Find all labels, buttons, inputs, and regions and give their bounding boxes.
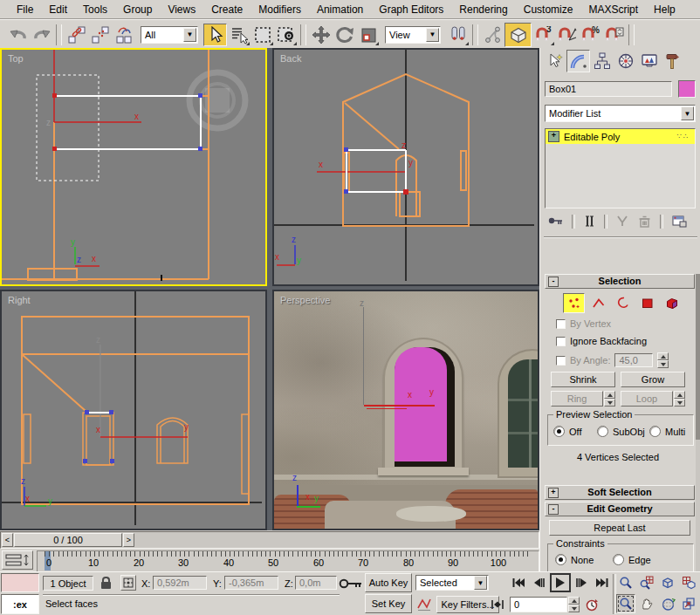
tab-hierarchy-icon[interactable] (590, 50, 614, 72)
percent-snap-toggle-button[interactable]: % (579, 24, 602, 46)
macro-recorder-field[interactable] (1, 573, 39, 592)
viewport-perspective-label[interactable]: Perspective (280, 295, 330, 305)
by-angle-checkbox[interactable] (556, 356, 566, 366)
keyboard-override-key-icon[interactable] (339, 576, 363, 591)
viewport-right[interactable]: Right z x y z (0, 290, 267, 530)
current-frame-field[interactable]: 0 (510, 597, 567, 612)
next-frame-icon[interactable] (573, 575, 591, 591)
grow-button[interactable]: Grow (621, 372, 685, 387)
tab-modify-icon[interactable] (566, 50, 590, 72)
viewport-back-label[interactable]: Back (280, 53, 301, 64)
previous-frame-arrow[interactable]: < (2, 533, 13, 547)
ignore-backfacing-checkbox[interactable] (556, 337, 566, 346)
soft-selection-rollout-header[interactable]: + Soft Selection (545, 485, 695, 500)
time-configuration-icon[interactable] (583, 596, 600, 613)
viewport-perspective[interactable]: z x y z x y Perspective (272, 290, 539, 530)
go-to-start-icon[interactable] (510, 575, 527, 591)
element-mode-button[interactable] (661, 293, 683, 313)
shrink-button[interactable]: Shrink (551, 372, 615, 387)
menu-animation[interactable]: Animation (309, 2, 371, 17)
play-button[interactable] (550, 573, 571, 592)
z-coordinate-field[interactable]: 0,0m (295, 576, 337, 590)
select-and-move-button[interactable] (309, 24, 333, 46)
dropdown-arrow-icon[interactable]: ▼ (474, 576, 487, 590)
dropdown-arrow-icon[interactable]: ▼ (183, 28, 196, 42)
viewport-right-label[interactable]: Right (8, 295, 31, 305)
tab-create-icon[interactable] (543, 50, 566, 72)
menu-help[interactable]: Help (646, 2, 683, 17)
constraints-edge-radio[interactable]: Edge (613, 554, 651, 565)
preview-off-radio[interactable]: Off (553, 426, 581, 437)
menu-graph-editors[interactable]: Graph Editors (371, 2, 451, 17)
select-object-button[interactable] (203, 24, 227, 46)
timeline-ruler[interactable]: 0 10 20 30 40 50 60 70 80 90 100 (37, 550, 539, 572)
previous-frame-icon[interactable] (530, 575, 547, 591)
x-coordinate-field[interactable]: 0,592m (153, 576, 207, 590)
selection-lock-icon[interactable] (98, 574, 113, 591)
tab-display-icon[interactable] (637, 50, 661, 72)
vertex-mode-button[interactable] (563, 293, 585, 313)
tab-utilities-icon[interactable] (661, 50, 684, 72)
zoom-extents-icon[interactable] (658, 573, 677, 592)
modifier-list-dropdown[interactable]: Modifier List ▼ (545, 105, 696, 122)
maximize-viewport-toggle-icon[interactable] (679, 594, 698, 613)
zoom-icon[interactable] (616, 573, 635, 592)
key-mode-toggle-icon[interactable] (489, 596, 506, 613)
menu-group[interactable]: Group (115, 2, 160, 17)
angle-snap-toggle-button[interactable] (555, 24, 579, 46)
maxscript-listener-field[interactable]: :ex (1, 594, 39, 614)
object-color-swatch[interactable] (678, 80, 696, 98)
selection-filter-dropdown[interactable]: All ▼ (141, 26, 198, 44)
remove-modifier-icon[interactable] (637, 214, 652, 229)
frame-spinner[interactable] (568, 597, 580, 612)
select-by-name-button[interactable] (227, 24, 250, 46)
time-slider-handle[interactable]: 0 / 100 (14, 533, 122, 547)
ring-spinner[interactable] (604, 391, 615, 407)
ring-button[interactable]: Ring (551, 391, 603, 407)
select-and-manipulate-button[interactable] (481, 24, 504, 46)
go-to-end-icon[interactable] (594, 575, 611, 591)
dropdown-arrow-icon[interactable]: ▼ (681, 106, 694, 120)
menu-customize[interactable]: Customize (516, 2, 581, 17)
open-mini-curve-editor-button[interactable] (2, 550, 33, 570)
menu-tools[interactable]: Tools (75, 2, 115, 17)
bind-to-space-warp-icon[interactable] (112, 24, 135, 46)
loop-spinner[interactable] (674, 391, 685, 407)
show-end-result-icon[interactable] (583, 214, 596, 229)
reference-coordinate-dropdown[interactable]: View ▼ (385, 26, 441, 44)
use-pivot-point-center-button[interactable] (446, 24, 470, 46)
pin-stack-icon[interactable] (547, 214, 564, 229)
preview-subobj-radio[interactable]: SubObj (597, 426, 645, 437)
y-coordinate-field[interactable]: -0,365m (224, 576, 278, 590)
edge-mode-button[interactable] (587, 293, 609, 313)
redo-button[interactable] (30, 24, 53, 46)
absolute-mode-toggle-icon[interactable] (120, 575, 136, 591)
modifier-stack-item[interactable]: + Editable Poly ∵∴ (546, 129, 695, 144)
snaps-toggle-button[interactable] (504, 23, 532, 47)
panel-scrollbar-thumb[interactable] (696, 274, 700, 440)
edit-geometry-rollout-header[interactable]: - Edit Geometry (545, 502, 695, 516)
zoom-extents-all-icon[interactable] (679, 573, 698, 592)
auto-key-button[interactable]: Auto Key (365, 573, 412, 592)
undo-button[interactable] (6, 24, 30, 46)
animation-set-dropdown[interactable]: Selected ▼ (415, 575, 489, 591)
collapse-icon[interactable]: - (548, 277, 559, 287)
polygon-mode-button[interactable] (636, 293, 658, 313)
unlink-selection-icon[interactable] (88, 24, 112, 46)
by-vertex-checkbox[interactable] (556, 319, 566, 329)
viewport-top-label[interactable]: Top (8, 53, 24, 64)
viewport-top[interactable]: Top x z y z x (0, 48, 267, 286)
rectangular-selection-region-button[interactable] (250, 24, 274, 46)
menu-maxscript[interactable]: MAXScript (580, 2, 646, 17)
menu-modifiers[interactable]: Modifiers (250, 2, 309, 17)
by-angle-field[interactable]: 45,0 (614, 353, 653, 367)
constraints-none-radio[interactable]: None (555, 554, 594, 565)
by-angle-spinner[interactable] (657, 352, 669, 368)
select-and-scale-button[interactable] (356, 24, 380, 46)
preview-multi-radio[interactable]: Multi (649, 426, 685, 437)
repeat-last-button[interactable]: Repeat Last (549, 520, 690, 536)
border-mode-button[interactable] (612, 293, 634, 313)
menu-rendering[interactable]: Rendering (451, 2, 515, 17)
viewport-back[interactable]: Back x y z z x y (272, 48, 539, 286)
window-crossing-toggle-button[interactable] (274, 24, 298, 46)
